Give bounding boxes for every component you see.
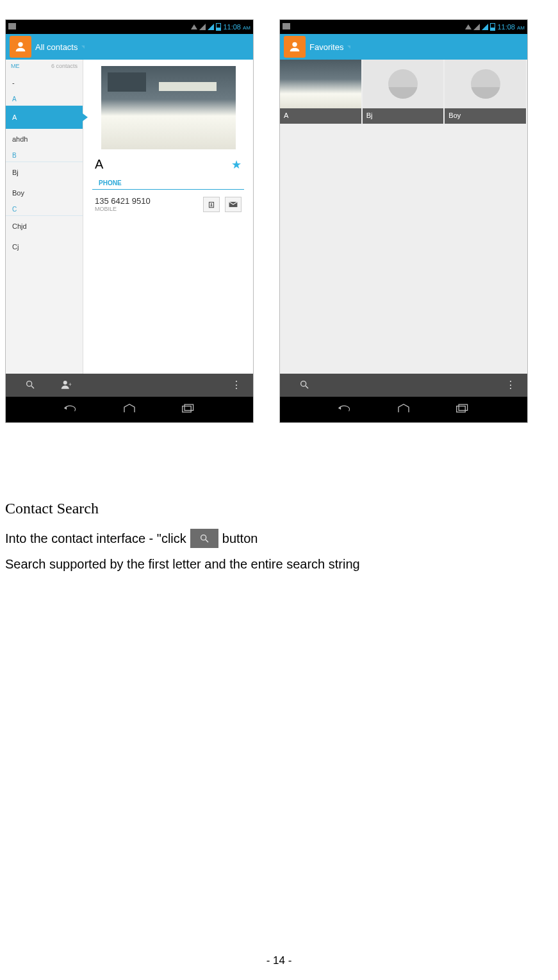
phone-number: 135 6421 9510 bbox=[95, 196, 198, 206]
favorite-placeholder-icon bbox=[363, 60, 444, 108]
svg-point-15 bbox=[201, 535, 206, 540]
body-text: Into the contact interface - "click bbox=[5, 531, 186, 546]
svg-line-16 bbox=[206, 540, 208, 542]
section-heading: Contact Search bbox=[5, 500, 553, 517]
contact-list: ME 6 contacts - A A ahdh B Bj Boy C Chjd… bbox=[6, 60, 83, 374]
gallery-status-icon bbox=[283, 23, 290, 29]
copy-contact-icon[interactable] bbox=[203, 197, 220, 212]
phone-type: MOBILE bbox=[95, 206, 198, 212]
body-text: Search supported by the first letter and… bbox=[5, 557, 360, 572]
phone-section-label: PHONE bbox=[92, 177, 244, 190]
message-icon[interactable] bbox=[225, 197, 242, 212]
list-item[interactable]: Cj bbox=[6, 237, 83, 257]
screenshot-all-contacts: 11:08 AM All contacts ME 6 contacts bbox=[5, 19, 254, 423]
svg-rect-13 bbox=[457, 406, 466, 412]
favorite-name: A bbox=[280, 108, 361, 124]
list-item-selected[interactable]: A bbox=[6, 106, 83, 129]
svg-line-5 bbox=[31, 386, 34, 388]
overflow-menu-icon[interactable]: ⋮ bbox=[231, 383, 253, 387]
list-item[interactable]: ahdh bbox=[6, 129, 83, 149]
svg-point-0 bbox=[18, 42, 22, 47]
body-text: button bbox=[222, 531, 258, 546]
favorite-tile[interactable]: A bbox=[280, 60, 363, 124]
list-item[interactable]: - bbox=[6, 72, 83, 93]
search-icon[interactable] bbox=[299, 379, 309, 392]
dropdown-triangle-icon bbox=[81, 46, 85, 49]
add-contact-icon[interactable]: + bbox=[61, 379, 72, 392]
back-icon[interactable] bbox=[338, 403, 352, 416]
favorite-tile[interactable]: Boy bbox=[445, 60, 527, 124]
clock: 11:08 AM bbox=[497, 23, 525, 31]
signal-icon bbox=[482, 24, 488, 30]
svg-rect-8 bbox=[183, 406, 192, 412]
list-item[interactable]: Chjd bbox=[6, 216, 83, 237]
signal-icon bbox=[473, 24, 480, 30]
spinner-all-contacts[interactable]: All contacts bbox=[35, 42, 85, 52]
svg-point-6 bbox=[63, 381, 67, 385]
svg-point-11 bbox=[301, 381, 306, 386]
appbar-title: All contacts bbox=[35, 42, 78, 52]
svg-line-12 bbox=[306, 386, 308, 388]
wifi-icon bbox=[465, 24, 472, 29]
search-icon[interactable] bbox=[25, 379, 35, 392]
contact-photo[interactable] bbox=[101, 66, 236, 149]
dropdown-triangle-icon bbox=[347, 46, 350, 49]
section-letter-a: A bbox=[6, 93, 83, 106]
recents-icon[interactable] bbox=[181, 403, 195, 416]
app-bar: All contacts bbox=[6, 34, 253, 60]
document-body: Contact Search Into the contact interfac… bbox=[0, 423, 558, 572]
me-label: ME bbox=[11, 63, 20, 69]
person-icon bbox=[288, 40, 302, 54]
search-button-illustration bbox=[190, 529, 218, 548]
favorite-star-icon[interactable]: ★ bbox=[231, 158, 242, 172]
section-letter-b: B bbox=[6, 149, 83, 162]
signal-icon bbox=[199, 24, 206, 30]
svg-text:+: + bbox=[69, 382, 72, 388]
recents-icon[interactable] bbox=[455, 403, 470, 416]
svg-rect-14 bbox=[459, 404, 468, 410]
status-bar: 11:08 AM bbox=[280, 20, 527, 34]
favorites-grid: A Bj Boy bbox=[280, 60, 527, 124]
nav-bar bbox=[280, 397, 527, 422]
favorite-name: Bj bbox=[363, 108, 444, 124]
spinner-favorites[interactable]: Favorites bbox=[309, 42, 350, 52]
list-item[interactable]: Boy bbox=[6, 183, 83, 203]
gallery-status-icon bbox=[8, 23, 16, 29]
section-letter-c: C bbox=[6, 203, 83, 216]
svg-point-4 bbox=[27, 381, 32, 386]
list-item[interactable]: Bj bbox=[6, 162, 83, 183]
home-icon[interactable] bbox=[397, 403, 411, 416]
app-bar: Favorites bbox=[280, 34, 527, 60]
contact-count: 6 contacts bbox=[51, 63, 78, 69]
overflow-menu-icon[interactable]: ⋮ bbox=[505, 383, 527, 387]
signal-icon bbox=[208, 24, 214, 30]
action-bar: ⋮ bbox=[280, 374, 527, 397]
status-bar: 11:08 AM bbox=[6, 20, 253, 34]
contacts-app-icon[interactable] bbox=[10, 36, 31, 58]
contact-detail: A ★ PHONE 135 6421 9510 MOBILE bbox=[83, 60, 253, 374]
svg-point-2 bbox=[211, 203, 212, 204]
home-icon[interactable] bbox=[122, 403, 136, 416]
favorite-photo bbox=[280, 60, 361, 108]
phone-number-row[interactable]: 135 6421 9510 MOBILE bbox=[95, 196, 198, 212]
contacts-app-icon[interactable] bbox=[284, 36, 306, 58]
svg-point-10 bbox=[292, 42, 297, 47]
screenshot-favorites: 11:08 AM Favorites A bbox=[279, 19, 528, 423]
favorite-tile[interactable]: Bj bbox=[363, 60, 445, 124]
appbar-title: Favorites bbox=[309, 42, 343, 52]
battery-icon bbox=[490, 23, 495, 31]
svg-rect-9 bbox=[185, 404, 193, 410]
action-bar: + ⋮ bbox=[6, 374, 253, 397]
nav-bar bbox=[6, 397, 253, 422]
favorite-placeholder-icon bbox=[445, 60, 526, 108]
contact-name: A bbox=[95, 157, 103, 172]
person-icon bbox=[13, 40, 28, 54]
wifi-icon bbox=[191, 24, 197, 29]
favorite-name: Boy bbox=[445, 108, 526, 124]
clock: 11:08 AM bbox=[223, 23, 250, 31]
back-icon[interactable] bbox=[63, 403, 78, 416]
battery-icon bbox=[216, 23, 221, 31]
page-number: - 14 - bbox=[0, 954, 558, 967]
